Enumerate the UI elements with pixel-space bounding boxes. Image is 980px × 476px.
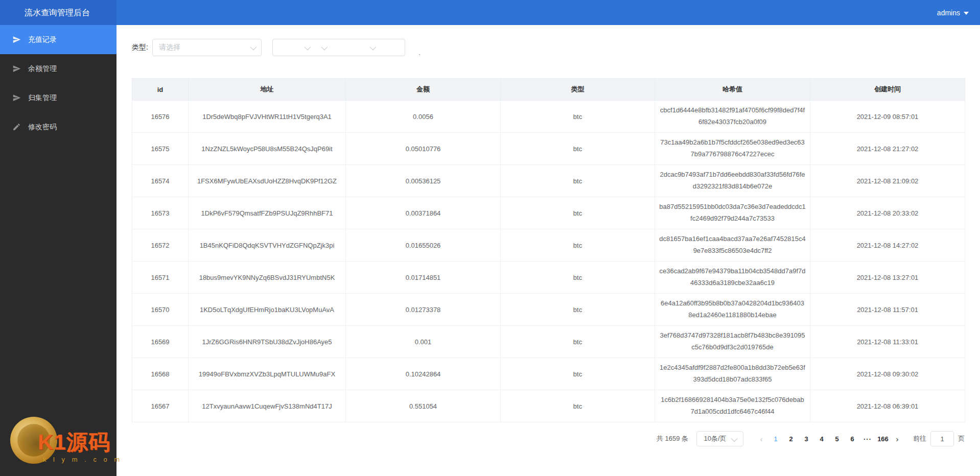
- cell-created: 2021-12-08 20:33:02: [810, 197, 965, 229]
- cell-address: 1Dr5deWbq8pFVJVHtWR11tH1V5tgerq3A1: [189, 101, 346, 133]
- cell-address: 1NzZNZL5kWoycP58U8sM55B24QsJqP69it: [189, 133, 346, 165]
- cell-hash: ba87d55215951bb0dc03da7c36e3d7eadeddcdc1…: [655, 197, 810, 229]
- table-row: 165701KD5oLTqXdgUfEHmRjo1baKU3LVopMuAvA0…: [132, 294, 965, 326]
- type-filter-label: 类型:: [132, 43, 148, 52]
- cell-amount: 0.01714851: [346, 261, 501, 294]
- cell-amount: 0.10242864: [346, 358, 501, 390]
- cell-type: btc: [501, 133, 655, 165]
- goto-label: 前往: [913, 434, 926, 443]
- page-button-4[interactable]: 4: [814, 433, 829, 445]
- cell-created: 2021-12-09 08:57:01: [810, 101, 965, 133]
- cell-hash: dc81657ba16ef1caa4bacd37aa7e26af7452815c…: [655, 229, 810, 261]
- table-row: 165761Dr5deWbq8pFVJVHtWR11tH1V5tgerq3A10…: [132, 101, 965, 133]
- next-page-button[interactable]: ›: [891, 435, 904, 443]
- page-button-5[interactable]: 5: [829, 433, 845, 445]
- cell-created: 2021-12-08 21:09:02: [810, 165, 965, 197]
- app-title: 流水查询管理后台: [0, 0, 116, 25]
- cell-address: 1FSX6MFywUbEAXsdUoHZZ8HvqDK9Pf12GZ: [189, 165, 346, 197]
- cell-created: 2021-12-08 14:27:02: [810, 229, 965, 261]
- page-button-1[interactable]: 1: [768, 433, 783, 445]
- cell-address: 19949oFBVxbmzXVZb3LpqMTULUWMu9aFX: [189, 358, 346, 390]
- cell-created: 2021-12-08 13:27:01: [810, 261, 965, 294]
- cell-hash: cbcf1d6444e8bfb31482f91af4705f6cf99f8ded…: [655, 101, 810, 133]
- chevron-down-icon: [964, 12, 969, 15]
- cell-hash: 1e2c4345afdf9f2887d2fe800a1b8dd3b72eb5e6…: [655, 358, 810, 390]
- records-table: id地址金额类型哈希值创建时间 165761Dr5deWbq8pFVJVHtWR…: [132, 78, 965, 422]
- cell-id: 16572: [132, 229, 189, 261]
- cell-amount: 0.0056: [346, 101, 501, 133]
- table-row: 165691JrZ6GGRis6HNR9TSbU38dZvJjoH86Aye50…: [132, 326, 965, 358]
- cell-type: btc: [501, 294, 655, 326]
- cell-id: 16573: [132, 197, 189, 229]
- table-row: 165731DkP6vF579QmsatfFZb9PSUJqZ9RhhBF710…: [132, 197, 965, 229]
- prev-page-button[interactable]: ‹: [755, 435, 768, 443]
- cell-created: 2021-12-08 21:27:02: [810, 133, 965, 165]
- sidebar-item-1[interactable]: 余额管理: [0, 54, 116, 83]
- cell-address: 12TxvyaunAavw1CuqewFjvS138mNd4T17J: [189, 390, 346, 422]
- cell-type: btc: [501, 326, 655, 358]
- sidebar-item-label: 余额管理: [28, 64, 57, 74]
- goto-page-input[interactable]: [930, 431, 954, 446]
- page-size-select[interactable]: 10条/页: [696, 431, 743, 446]
- cell-hash: 2dcac9b7493af71b7dd6eebdd830af33fd56fd76…: [655, 165, 810, 197]
- cell-address: 1DkP6vF579QmsatfFZb9PSUJqZ9RhhBF71: [189, 197, 346, 229]
- cell-id: 16568: [132, 358, 189, 390]
- table-row: 1656819949oFBVxbmzXVZb3LpqMTULUWMu9aFX0.…: [132, 358, 965, 390]
- sidebar-item-label: 充值记录: [28, 35, 57, 44]
- cell-id: 16574: [132, 165, 189, 197]
- cell-type: btc: [501, 261, 655, 294]
- goto-suffix: 页: [958, 434, 965, 443]
- send-icon: [12, 35, 21, 44]
- cell-type: btc: [501, 101, 655, 133]
- cell-amount: 0.551054: [346, 390, 501, 422]
- page-button-6[interactable]: 6: [845, 433, 860, 445]
- cell-id: 16571: [132, 261, 189, 294]
- cell-amount: 0.00536125: [346, 165, 501, 197]
- type-filter-select[interactable]: 请选择: [152, 39, 262, 56]
- column-header: 创建时间: [810, 79, 965, 101]
- cell-address: 1B45nKQFiD8QdqKSVTVHYdZGFNQpZjk3pi: [189, 229, 346, 261]
- sidebar-item-3[interactable]: 修改密码: [0, 112, 116, 141]
- sidebar-item-2[interactable]: 归集管理: [0, 83, 116, 112]
- main-content: 类型: 请选择 . id地址金额类型哈希值创建时间 165761Dr5deWbq…: [116, 25, 980, 476]
- cell-type: btc: [501, 229, 655, 261]
- filter-row: 类型: 请选择 .: [132, 38, 965, 57]
- chevron-down-icon: [304, 44, 311, 51]
- cell-created: 2021-12-08 09:30:02: [810, 358, 965, 390]
- table-row: 165741FSX6MFywUbEAXsdUoHZZ8HvqDK9Pf12GZ0…: [132, 165, 965, 197]
- pagination: 共 1659 条 10条/页 ‹ 123456 ··· 166 › 前往 页: [132, 431, 965, 446]
- last-page-button[interactable]: 166: [875, 433, 891, 445]
- column-header: 地址: [189, 79, 346, 101]
- page-size-value: 10条/页: [704, 434, 726, 443]
- cell-id: 16570: [132, 294, 189, 326]
- cell-type: btc: [501, 165, 655, 197]
- cell-amount: 0.01273378: [346, 294, 501, 326]
- cell-hash: 1c6b2f168669281404b3a75e0e132f5c076debab…: [655, 390, 810, 422]
- pencil-icon: [12, 123, 21, 131]
- chevron-down-icon: [321, 44, 328, 51]
- sidebar-item-label: 归集管理: [28, 93, 57, 103]
- cell-id: 16567: [132, 390, 189, 422]
- send-icon: [12, 64, 21, 73]
- sidebar-item-label: 修改密码: [28, 123, 57, 132]
- cell-address: 1KD5oLTqXdgUfEHmRjo1baKU3LVopMuAvA: [189, 294, 346, 326]
- sidebar-item-0[interactable]: 充值记录: [0, 25, 116, 54]
- column-header: id: [132, 79, 189, 101]
- page-button-3[interactable]: 3: [799, 433, 814, 445]
- user-menu-label: admins: [937, 9, 960, 17]
- page-button-2[interactable]: 2: [783, 433, 799, 445]
- cell-hash: ce36cad2ab9f67e94379ba11b04cb3548dd7a9f7…: [655, 261, 810, 294]
- cell-address: 18bus9mevYK9NNyZq6BSvdJ31RYUmbtN5K: [189, 261, 346, 294]
- table-row: 165751NzZNZL5kWoycP58U8sM55B24QsJqP69it0…: [132, 133, 965, 165]
- cell-created: 2021-12-08 11:33:01: [810, 326, 965, 358]
- date-range-picker[interactable]: [272, 39, 405, 56]
- column-header: 金额: [346, 79, 501, 101]
- chevron-down-icon: [250, 43, 256, 50]
- user-menu[interactable]: admins: [937, 0, 980, 25]
- cell-created: 2021-12-08 06:39:01: [810, 390, 965, 422]
- cell-amount: 0.001: [346, 326, 501, 358]
- cell-hash: 6e4a12a60ff3b95b8b0b37a0428204d1bc936403…: [655, 294, 810, 326]
- cell-created: 2021-12-08 11:57:01: [810, 294, 965, 326]
- table-header-row: id地址金额类型哈希值创建时间: [132, 79, 965, 101]
- cell-type: btc: [501, 358, 655, 390]
